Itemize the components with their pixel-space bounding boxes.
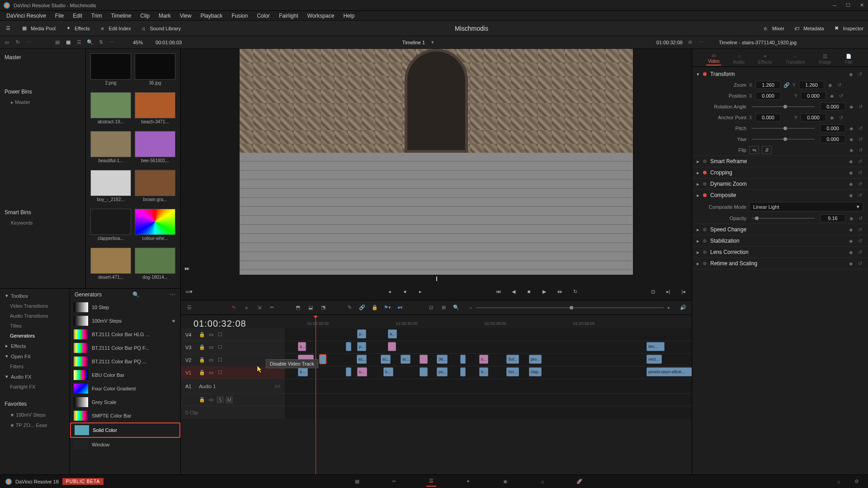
master-bin[interactable]: Master (0, 52, 85, 63)
menu-view[interactable]: View (176, 12, 195, 20)
fx-category[interactable]: ▾Audio FX (0, 371, 70, 382)
thumbnail[interactable]: beach-3471... (135, 92, 175, 128)
lock-icon[interactable]: 🔒 (199, 370, 205, 376)
clip[interactable]: s... (357, 367, 367, 376)
reset-icon[interactable]: ↺ (858, 238, 863, 244)
track-content[interactable]: s...p...Wo... (285, 341, 692, 353)
keyframe-icon[interactable]: ◆ (849, 261, 854, 266)
auto-select-icon[interactable]: ▭ (208, 357, 214, 363)
menu-file[interactable]: File (52, 12, 67, 20)
zoom-fit-icon[interactable]: ⊡ (427, 304, 435, 312)
track-header[interactable]: V1🔒▭☐ (181, 366, 285, 379)
auto-select-icon[interactable]: ▭ (208, 332, 214, 338)
color-page-button[interactable]: ◉ (500, 477, 510, 487)
pos-x-input[interactable]: 0.000 (755, 92, 781, 100)
reset-icon[interactable]: ↺ (857, 125, 863, 131)
auto-select-icon[interactable]: ▭ (208, 397, 214, 403)
lock-icon[interactable]: 🔒 (199, 397, 205, 403)
rotation-slider[interactable] (752, 106, 815, 107)
skip-icon[interactable]: ⏭ (184, 266, 189, 271)
section-header[interactable]: ▸Composite◆↺ (692, 190, 868, 201)
clip[interactable]: a... (388, 329, 397, 338)
menu-timeline[interactable]: Timeline (107, 12, 135, 20)
thumbnail[interactable]: bee-561801... (135, 131, 175, 167)
generator-item[interactable]: Four Color Gradient (70, 382, 180, 395)
track-header[interactable]: A1Audio 12.0 (181, 379, 285, 393)
zoom-custom-icon[interactable]: 🔍 (452, 304, 460, 312)
flip-v-button[interactable]: ⇵ (762, 146, 772, 154)
match-frame-icon[interactable]: ⊡ (649, 288, 656, 295)
zoom-x-input[interactable]: 1.260 (755, 81, 781, 89)
generator-item[interactable]: BT.2111 Color Bar PQ ... (70, 355, 180, 368)
zoom-slider-knob[interactable] (570, 306, 573, 310)
menu-trim[interactable]: Trim (88, 12, 106, 20)
metadata-button[interactable]: 🏷Metadata (789, 23, 829, 34)
clip[interactable]: Scr... (506, 367, 519, 376)
generator-item[interactable]: 100mV Steps★ (70, 314, 180, 328)
menu-playback[interactable]: Playback (197, 12, 226, 20)
clip[interactable]: p... (357, 329, 366, 338)
selection-tool[interactable]: ↖ (230, 304, 238, 312)
menu-help[interactable]: Help (340, 12, 358, 20)
bypass-icon[interactable]: ⊘ (687, 39, 693, 46)
enable-dot-icon[interactable] (703, 228, 707, 231)
keyframe-icon[interactable]: ◆ (849, 249, 854, 255)
step-forward-icon[interactable]: ▸| (665, 288, 672, 295)
overwrite-clip-icon[interactable]: ⬓ (307, 304, 315, 312)
auto-select-icon[interactable]: ▭ (208, 344, 214, 351)
list-view-icon[interactable]: ▤ (54, 39, 61, 46)
search-icon[interactable]: 🔍 (87, 39, 93, 46)
clip[interactable]: 36... (437, 355, 448, 364)
reset-icon[interactable]: ↺ (858, 181, 863, 187)
sound-library-button[interactable]: ♫Sound Library (135, 23, 185, 34)
reload-icon[interactable]: ↻ (14, 39, 21, 46)
generator-item[interactable]: BT.2111 Color Bar PQ F... (70, 341, 180, 355)
mute-button[interactable]: M (226, 397, 232, 403)
keyframe-icon[interactable]: ◆ (849, 71, 854, 77)
thumbnail[interactable]: 2.png (90, 53, 131, 89)
settings-button[interactable]: ⚙ (852, 477, 862, 487)
fairlight-page-button[interactable]: ♫ (538, 477, 547, 487)
menu-workspace[interactable]: Workspace (304, 12, 338, 20)
thumbnail[interactable]: beautiful-1... (90, 131, 131, 167)
clip[interactable] (320, 355, 326, 364)
reset-icon[interactable]: ↺ (858, 159, 863, 164)
section-header[interactable]: ▸Dynamic Zoom◆↺ (692, 178, 868, 189)
thumbnail[interactable]: colour-whe... (135, 209, 175, 245)
keyframe-icon[interactable]: ◆ (848, 136, 854, 142)
menu-clip[interactable]: Clip (137, 12, 153, 20)
generator-item[interactable]: EBU Color Bar (70, 368, 180, 382)
menu-mark[interactable]: Mark (155, 12, 175, 20)
thumbnail[interactable]: boy_-_2182... (90, 170, 131, 206)
clip[interactable]: b... (479, 367, 488, 376)
star-icon[interactable]: ★ (171, 318, 177, 324)
mixer-button[interactable]: ⎋Mixer (758, 23, 789, 34)
pos-y-input[interactable]: 0.000 (801, 92, 826, 100)
play-button[interactable]: ▶ (541, 288, 548, 295)
clip[interactable] (460, 367, 466, 376)
clip[interactable]: sc... (357, 355, 367, 364)
section-header[interactable]: ▸Smart Reframe◆↺ (692, 156, 868, 167)
reset-icon[interactable]: ↺ (858, 170, 863, 175)
insert-clip-icon[interactable]: ⬒ (294, 304, 302, 312)
viewer-tc[interactable]: 00:01:06:03 (156, 40, 182, 45)
clip[interactable]: vect... (646, 355, 662, 364)
thumbnail[interactable]: clapperboa... (90, 209, 131, 245)
thumbnail[interactable]: brown gra... (135, 170, 175, 206)
zoom-value[interactable]: 45% (133, 40, 143, 45)
disable-track-icon[interactable]: ☐ (217, 344, 223, 351)
inspector-tab-image[interactable]: 🖼Image (817, 53, 833, 66)
timeline-tc[interactable]: 01:00:32:08 (656, 40, 683, 45)
clip[interactable] (460, 355, 466, 364)
fx-subcategory[interactable]: Audio Transitions (0, 311, 70, 321)
fx-subcategory[interactable]: Fairlight FX (0, 382, 70, 392)
favorite-item[interactable]: ★ 100mV Steps (0, 410, 70, 420)
search-icon[interactable]: 🔍 (132, 291, 139, 298)
generator-item[interactable]: Solid Color (70, 422, 180, 438)
smart-bin-keywords[interactable]: Keywords (0, 218, 85, 227)
timeline-name[interactable]: Timeline 1 (402, 40, 425, 45)
strip-view-icon[interactable]: ☰ (76, 39, 82, 46)
generator-item[interactable]: BT.2111 Color Bar HLG ... (70, 328, 180, 341)
flag-icon[interactable]: ⚑▾ (383, 304, 392, 312)
keyframe-icon[interactable]: ◆ (849, 192, 854, 198)
